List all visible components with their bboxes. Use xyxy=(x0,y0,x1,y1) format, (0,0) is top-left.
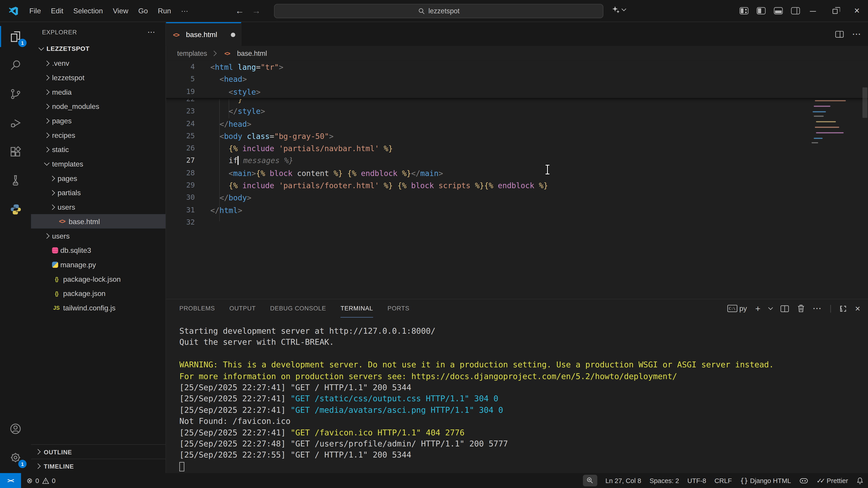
folder-static[interactable]: static xyxy=(31,142,165,157)
testing-icon[interactable] xyxy=(0,166,31,195)
folder-recipes[interactable]: recipes xyxy=(31,128,165,142)
source-control-icon[interactable] xyxy=(0,80,31,108)
menu-run[interactable]: Run xyxy=(153,4,176,17)
folder-partials[interactable]: partials xyxy=(31,185,165,200)
split-terminal-icon[interactable] xyxy=(780,305,789,312)
code-line-29[interactable]: 29 {% include 'partials/footer.html' %} … xyxy=(166,180,868,192)
cursor-position[interactable]: Ln 27, Col 8 xyxy=(605,477,641,484)
settings-gear-icon[interactable]: 1 xyxy=(0,443,31,472)
toggle-secondary-sidebar-icon[interactable] xyxy=(791,7,800,14)
code-line-19[interactable]: 19 <style> xyxy=(166,86,868,98)
file-tailwind.config.js[interactable]: JStailwind.config.js xyxy=(31,300,165,315)
restore-button[interactable] xyxy=(824,0,846,22)
zoom-indicator[interactable] xyxy=(583,475,597,486)
folder-pages[interactable]: pages xyxy=(31,113,165,128)
menu-selection[interactable]: Selection xyxy=(68,4,108,17)
breadcrumb-folder[interactable]: templates xyxy=(177,50,207,57)
sticky-scroll[interactable]: 4<html lang="tr">5 <head>19 <style> xyxy=(166,61,868,99)
customize-layout-icon[interactable] xyxy=(740,7,748,14)
accounts-icon[interactable] xyxy=(0,414,31,443)
split-editor-icon[interactable] xyxy=(835,31,844,37)
folder-media[interactable]: media xyxy=(31,85,165,99)
indentation[interactable]: Spaces: 2 xyxy=(649,477,679,484)
code-line-25[interactable]: 25 <body class="bg-gray-50"> xyxy=(166,130,868,142)
eol-sequence[interactable]: CRLF xyxy=(715,477,732,484)
panel-tab-debug-console[interactable]: DEBUG CONSOLE xyxy=(270,299,326,318)
code-line-31[interactable]: 31</html> xyxy=(166,204,868,217)
breadcrumb: templates <> base.html xyxy=(166,46,868,61)
file-base.html[interactable]: <>base.html xyxy=(31,214,165,229)
code-line-4[interactable]: 4<html lang="tr"> xyxy=(166,61,868,73)
folder-templates[interactable]: templates xyxy=(31,157,165,171)
line-content: </html> xyxy=(211,204,242,217)
new-terminal-icon[interactable]: + xyxy=(755,303,761,313)
folder-node_modules[interactable]: node_modules xyxy=(31,99,165,113)
folder-lezzetspot[interactable]: lezzetspot xyxy=(31,70,165,85)
toggle-primary-sidebar-icon[interactable] xyxy=(757,7,766,14)
explorer-root-folder[interactable]: LEZZETSPOT xyxy=(31,41,165,56)
close-button[interactable]: × xyxy=(846,0,868,22)
encoding[interactable]: UTF-8 xyxy=(687,477,706,484)
code-line-24[interactable]: 24 </head> xyxy=(166,118,868,130)
kill-terminal-trash-icon[interactable] xyxy=(797,304,805,313)
formatter-status[interactable]: ✓✓ Prettier xyxy=(816,477,848,484)
code-line-28[interactable]: 28 <main>{% block content %} {% endblock… xyxy=(166,167,868,180)
panel-tab-terminal[interactable]: TERMINAL xyxy=(340,299,373,318)
explorer-title: EXPLORER xyxy=(42,29,77,35)
terminal-output[interactable]: Starting development server at http://12… xyxy=(166,318,868,472)
menu-view[interactable]: View xyxy=(108,4,133,17)
forward-arrow-icon[interactable]: → xyxy=(252,6,260,16)
panel-tab-problems[interactable]: PROBLEMS xyxy=(179,299,215,318)
code-editor[interactable]: 22 }23 </style>24 </head>25 <body class=… xyxy=(166,61,868,299)
code-line-30[interactable]: 30 </body> xyxy=(166,192,868,204)
menu-more[interactable]: ··· xyxy=(176,4,193,17)
maximize-panel-icon[interactable] xyxy=(839,304,847,312)
copilot-status-icon[interactable] xyxy=(799,477,808,484)
panel-more-actions-icon[interactable]: ··· xyxy=(813,304,822,313)
folder-users[interactable]: users xyxy=(31,200,165,214)
run-and-debug-icon[interactable] xyxy=(0,108,31,137)
section-timeline[interactable]: TIMELINE xyxy=(31,459,165,473)
editor-more-actions-icon[interactable]: ··· xyxy=(852,30,861,38)
python-icon[interactable] xyxy=(0,195,31,223)
folder-users[interactable]: users xyxy=(31,228,165,243)
explorer-more-actions[interactable]: ··· xyxy=(148,29,156,35)
folder-.venv[interactable]: .venv xyxy=(31,56,165,70)
close-panel-icon[interactable]: × xyxy=(855,303,860,313)
menu-file[interactable]: File xyxy=(24,4,46,17)
code-line-5[interactable]: 5 <head> xyxy=(166,73,868,86)
problems-status[interactable]: ⊗ 0 0 xyxy=(27,477,56,485)
code-line-26[interactable]: 26 {% include 'partials/navbar.html' %} xyxy=(166,142,868,155)
explorer-icon[interactable]: 1 xyxy=(0,22,31,51)
panel-tab-output[interactable]: OUTPUT xyxy=(229,299,256,318)
copilot-button[interactable] xyxy=(611,5,626,14)
file-manage.py[interactable]: manage.py xyxy=(31,257,165,272)
extensions-icon[interactable] xyxy=(0,137,31,166)
back-arrow-icon[interactable]: ← xyxy=(235,6,244,16)
command-center-search[interactable]: lezzetspot xyxy=(274,4,603,18)
breadcrumb-file[interactable]: base.html xyxy=(237,50,267,57)
remote-indicator[interactable]: >< xyxy=(0,473,21,488)
section-outline[interactable]: OUTLINE xyxy=(31,445,165,459)
editor-scrollbar[interactable] xyxy=(863,88,868,118)
file-package-lock.json[interactable]: {}package-lock.json xyxy=(31,271,165,286)
menu-go[interactable]: Go xyxy=(133,4,153,17)
terminal-shell-chip[interactable]: C:\ py xyxy=(727,304,747,313)
folder-pages[interactable]: pages xyxy=(31,171,165,186)
file-package.json[interactable]: {}package.json xyxy=(31,286,165,300)
minimize-button[interactable] xyxy=(802,0,824,22)
code-line-27[interactable]: 27 if messages %} xyxy=(166,155,868,167)
toggle-panel-icon[interactable] xyxy=(774,7,783,14)
line-number: 4 xyxy=(166,61,195,73)
notifications-bell-icon[interactable] xyxy=(857,477,864,484)
menu-edit[interactable]: Edit xyxy=(46,4,68,17)
code-line-32[interactable]: 32 xyxy=(166,216,868,229)
terminal-dropdown-icon[interactable] xyxy=(768,305,773,310)
search-view-icon[interactable] xyxy=(0,51,31,79)
panel-tab-ports[interactable]: PORTS xyxy=(388,299,409,318)
section-label: TIMELINE xyxy=(43,463,74,469)
language-mode[interactable]: {} Django HTML xyxy=(740,477,791,484)
tab-base-html[interactable]: <> base.html xyxy=(166,22,241,46)
file-db.sqlite3[interactable]: db.sqlite3 xyxy=(31,243,165,257)
code-line-23[interactable]: 23 </style> xyxy=(166,105,868,118)
